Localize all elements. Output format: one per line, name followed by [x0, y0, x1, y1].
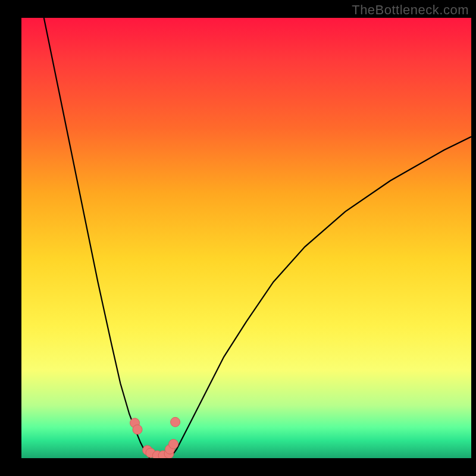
chart-container: TheBottleneck.com	[0, 0, 476, 476]
watermark-text: TheBottleneck.com	[352, 2, 469, 18]
curve-right	[170, 137, 472, 458]
scatter-points	[130, 417, 180, 458]
data-point	[171, 417, 180, 427]
data-point	[169, 439, 178, 449]
chart-svg	[21, 18, 471, 458]
curve-left	[44, 18, 150, 458]
data-point	[133, 425, 142, 434]
plot-area	[21, 18, 471, 458]
